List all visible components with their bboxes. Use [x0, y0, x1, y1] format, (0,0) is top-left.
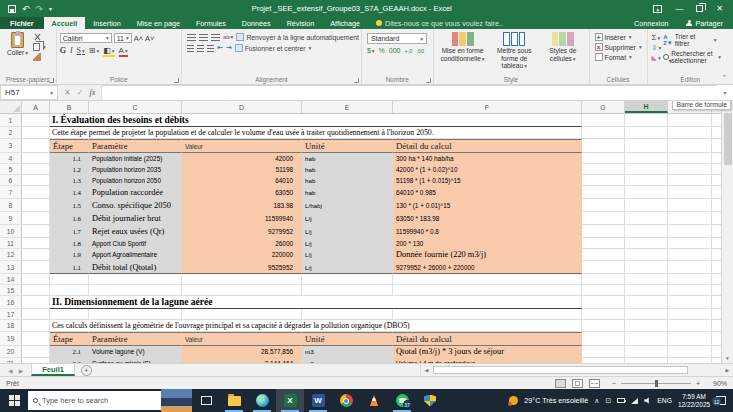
qat-customize-icon[interactable]: ▾ — [49, 5, 52, 12]
row-header-9[interactable]: 9 — [0, 212, 22, 225]
row-header-1[interactable]: 1 — [0, 114, 22, 127]
cut-button[interactable] — [33, 33, 46, 41]
cell-A13[interactable] — [22, 261, 50, 274]
cell-I7[interactable] — [668, 186, 712, 199]
zoom-in-icon[interactable]: + — [696, 380, 700, 387]
cell-G13[interactable] — [582, 261, 625, 274]
column-header-E[interactable]: E — [302, 101, 393, 113]
scroll-left-icon[interactable]: ◀ — [421, 367, 432, 373]
cell-G3[interactable] — [582, 139, 625, 153]
align-center-icon[interactable] — [197, 45, 204, 52]
chrome-button[interactable] — [332, 389, 360, 412]
cell-parametre[interactable]: Population raccordée — [89, 186, 182, 199]
cell-H20[interactable] — [625, 346, 668, 358]
format-cells-button[interactable]: Format — [595, 53, 642, 61]
cell-A16[interactable] — [22, 296, 50, 309]
cell-valeur[interactable]: 42000 — [182, 153, 302, 164]
currency-format-icon[interactable]: $ — [367, 47, 375, 54]
row-header-16[interactable]: 16 — [0, 296, 22, 309]
tab-donnees[interactable]: Données — [234, 17, 279, 29]
cell-I3[interactable] — [668, 139, 712, 153]
cell-parametre[interactable]: Population initiale (2025) — [89, 153, 182, 164]
cell-I15[interactable] — [668, 285, 712, 296]
cell-A11[interactable] — [22, 238, 50, 249]
header-detail[interactable]: Détail du calcul — [393, 139, 582, 153]
column-header-H[interactable]: H — [625, 101, 668, 113]
header-parametre[interactable]: Paramètre — [89, 332, 182, 346]
start-button[interactable] — [0, 389, 28, 412]
grow-font-icon[interactable]: A˄ — [134, 34, 143, 43]
save-icon[interactable] — [8, 5, 16, 13]
cell-empty[interactable] — [393, 274, 582, 285]
cell-empty[interactable] — [89, 309, 182, 320]
row-header-4[interactable]: 4 — [0, 153, 22, 164]
cell-detail[interactable]: 300 ha * 140 hab/ha — [393, 153, 582, 164]
cell-G8[interactable] — [582, 199, 625, 212]
header-etape[interactable]: Étape — [50, 139, 89, 153]
cell-G6[interactable] — [582, 175, 625, 186]
cell-A14[interactable] — [22, 274, 50, 285]
column-header-B[interactable]: B — [50, 101, 89, 113]
cell-H11[interactable] — [625, 238, 668, 249]
cell-parametre[interactable]: Apport Agroalimentaire — [89, 249, 182, 261]
edge-button[interactable] — [248, 389, 276, 412]
taskbar-search[interactable]: Type here to search — [28, 391, 161, 410]
row-header-5[interactable]: 5 — [0, 164, 22, 175]
row-header-19[interactable]: 19 — [0, 332, 22, 346]
cell-G18[interactable] — [582, 320, 625, 332]
borders-icon[interactable]: ⊞ — [89, 46, 99, 55]
cell-G9[interactable] — [582, 212, 625, 225]
cell-empty[interactable] — [302, 274, 393, 285]
cell-G11[interactable] — [582, 238, 625, 249]
cell-etape[interactable]: 1.4 — [50, 186, 89, 199]
autosum-button[interactable]: Σ — [652, 33, 662, 42]
column-header-C[interactable]: C — [89, 101, 182, 113]
excel-taskbar-button[interactable]: X — [276, 389, 304, 412]
cell-detail[interactable]: 9279952 + 26000 + 220000 — [393, 261, 582, 274]
font-size-select[interactable]: 11 — [114, 33, 132, 43]
tab-revision[interactable]: Révision — [279, 17, 323, 29]
cell-empty[interactable] — [393, 285, 582, 296]
cell-parametre[interactable]: Débit total (Qtotal) — [89, 261, 182, 274]
cell-detail[interactable]: 200 * 130 — [393, 238, 582, 249]
cell-H14[interactable] — [625, 274, 668, 285]
row-header-10[interactable]: 10 — [0, 225, 22, 238]
partager-button[interactable]: Partager — [676, 17, 733, 29]
cell-empty[interactable] — [182, 274, 302, 285]
cell-H19[interactable] — [625, 332, 668, 346]
paste-button[interactable]: Coller — [3, 31, 32, 73]
cell-G5[interactable] — [582, 164, 625, 175]
cell-A10[interactable] — [22, 225, 50, 238]
column-header-G[interactable]: G — [582, 101, 625, 113]
cell-A1[interactable] — [22, 114, 50, 127]
row-header-11[interactable]: 11 — [0, 238, 22, 249]
vlc-button[interactable] — [360, 389, 388, 412]
cell-I19[interactable] — [668, 332, 712, 346]
cell-A6[interactable] — [22, 175, 50, 186]
cell-detail[interactable]: 63050 * 183.98 — [393, 212, 582, 225]
tab-fichier[interactable]: Fichier — [0, 17, 44, 29]
cell-H7[interactable] — [625, 186, 668, 199]
cell-valeur[interactable]: 63050 — [182, 186, 302, 199]
font-dialog-launcher-icon[interactable] — [174, 78, 179, 83]
tab-accueil[interactable]: Accueil — [44, 17, 86, 29]
alignment-dialog-launcher-icon[interactable] — [354, 78, 359, 83]
cell-parametre[interactable]: Population horizon 2035 — [89, 164, 182, 175]
shrink-font-icon[interactable]: A˅ — [145, 34, 154, 43]
cell-I10[interactable] — [668, 225, 712, 238]
cell-valeur[interactable]: 9279952 — [182, 225, 302, 238]
row-header-14[interactable]: 14 — [0, 274, 22, 285]
increase-indent-icon[interactable]: ⇥ — [226, 44, 232, 52]
horizontal-scroll-thumb[interactable] — [433, 366, 688, 374]
cell-H12[interactable] — [625, 249, 668, 261]
cell-unite[interactable]: hab — [302, 186, 393, 199]
cell-detail[interactable]: 11599940 * 0.8 — [393, 225, 582, 238]
row-header-13[interactable]: 13 — [0, 261, 22, 274]
weather-text[interactable]: 29°C Très ensoleillé — [524, 396, 588, 405]
cell-A5[interactable] — [22, 164, 50, 175]
column-header-D[interactable]: D — [182, 101, 302, 113]
cell-unite[interactable]: L/j — [302, 238, 393, 249]
cell-empty[interactable] — [50, 309, 89, 320]
file-explorer-button[interactable] — [220, 389, 248, 412]
cell-H1[interactable] — [625, 114, 668, 127]
